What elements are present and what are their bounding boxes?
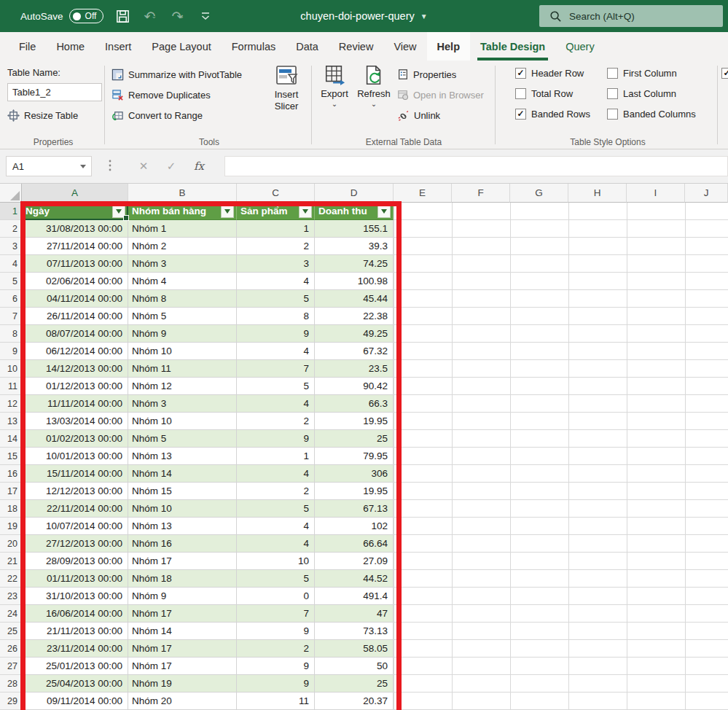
column-header-B[interactable]: B — [128, 184, 237, 203]
filter-button[interactable] — [299, 205, 312, 218]
summarize-with-pivottable-button[interactable]: Summarize with PivotTable — [111, 65, 242, 84]
filter-button[interactable] — [377, 205, 391, 218]
row-header-13[interactable]: 13 — [0, 413, 22, 430]
empty-cells[interactable] — [394, 605, 728, 623]
empty-cells[interactable] — [394, 378, 728, 395]
cell[interactable]: 5 — [237, 290, 315, 308]
cell[interactable]: Nhóm 11 — [128, 360, 237, 378]
cell[interactable]: 58.05 — [315, 640, 394, 658]
cell[interactable]: 31/08/2013 00:00 — [22, 220, 128, 238]
cell[interactable]: 16/06/2014 00:00 — [22, 605, 128, 623]
cell[interactable]: Nhóm 3 — [128, 255, 237, 273]
cell[interactable]: 7 — [237, 360, 315, 378]
empty-cells[interactable] — [394, 675, 728, 693]
tab-table-design[interactable]: Table Design — [470, 32, 555, 61]
cell[interactable]: 491.4 — [315, 588, 394, 605]
empty-cells[interactable] — [394, 220, 728, 238]
name-box[interactable]: A1 — [6, 156, 92, 176]
insert-slicer-button[interactable]: Insert Slicer — [267, 63, 305, 113]
cell[interactable]: Nhóm 17 — [128, 640, 237, 658]
tab-file[interactable]: File — [9, 32, 46, 61]
empty-cells[interactable] — [394, 518, 728, 535]
column-header-H[interactable]: H — [568, 184, 627, 203]
cell[interactable]: 9 — [237, 658, 315, 675]
cell[interactable]: 2 — [237, 483, 315, 500]
cell[interactable]: 4 — [237, 395, 315, 413]
row-header-8[interactable]: 8 — [0, 325, 22, 343]
column-header-G[interactable]: G — [510, 184, 568, 203]
cell[interactable]: Nhóm 5 — [128, 308, 237, 325]
cell[interactable]: Nhóm 13 — [128, 448, 237, 465]
redo-icon[interactable]: ↷⌄ — [169, 5, 187, 27]
checkbox-total-row[interactable]: Total Row — [515, 87, 573, 100]
row-header-28[interactable]: 28 — [0, 675, 22, 693]
cell[interactable]: 14/12/2013 00:00 — [22, 360, 128, 378]
empty-cells[interactable] — [394, 360, 728, 378]
empty-cells[interactable] — [394, 203, 728, 220]
cell[interactable]: 306 — [315, 465, 394, 483]
cell[interactable]: 21/11/2013 00:00 — [22, 623, 128, 640]
column-header-J[interactable]: J — [685, 184, 728, 203]
cell[interactable]: 27/11/2014 00:00 — [22, 238, 128, 255]
row-header-21[interactable]: 21 — [0, 553, 22, 570]
cell[interactable]: 9 — [237, 623, 315, 640]
cell[interactable]: 25 — [315, 430, 394, 448]
cell[interactable]: 45.44 — [315, 290, 394, 308]
cell[interactable]: 67.32 — [315, 343, 394, 360]
cell[interactable]: 20.37 — [315, 693, 394, 710]
cell[interactable]: 10/01/2013 00:00 — [22, 448, 128, 465]
cell[interactable]: Nhóm 16 — [128, 535, 237, 553]
undo-icon[interactable]: ↶⌄ — [141, 5, 159, 27]
column-header-D[interactable]: D — [315, 184, 394, 203]
select-all-corner[interactable] — [0, 184, 22, 203]
cell[interactable]: 12/12/2013 00:00 — [22, 483, 128, 500]
empty-cells[interactable] — [394, 658, 728, 675]
empty-cells[interactable] — [394, 238, 728, 255]
checkbox-filter-button-cutoff[interactable] — [721, 66, 728, 79]
empty-cells[interactable] — [394, 535, 728, 553]
save-icon[interactable] — [114, 5, 131, 27]
tab-query[interactable]: Query — [555, 32, 605, 61]
cell[interactable]: 102 — [315, 518, 394, 535]
cell[interactable]: 01/02/2013 00:00 — [22, 430, 128, 448]
row-header-18[interactable]: 18 — [0, 500, 22, 518]
cell[interactable]: 2 — [237, 238, 315, 255]
filter-button[interactable] — [221, 205, 234, 218]
cell[interactable]: 2 — [237, 413, 315, 430]
empty-cells[interactable] — [394, 693, 728, 710]
cell[interactable]: 22.38 — [315, 308, 394, 325]
tab-view[interactable]: View — [383, 32, 426, 61]
empty-cells[interactable] — [394, 395, 728, 413]
empty-cells[interactable] — [394, 308, 728, 325]
refresh-button[interactable]: Refresh ⌄ — [355, 64, 393, 108]
table-header-cell[interactable]: Doanh thu — [315, 203, 394, 220]
row-header-29[interactable]: 29 — [0, 693, 22, 710]
resize-table-button[interactable]: Resize Table — [7, 106, 78, 125]
cell[interactable]: 90.42 — [315, 378, 394, 395]
cell[interactable]: 50 — [315, 658, 394, 675]
tab-insert[interactable]: Insert — [95, 32, 141, 61]
cell[interactable]: 27/12/2013 00:00 — [22, 535, 128, 553]
column-header-I[interactable]: I — [627, 184, 685, 203]
row-header-6[interactable]: 6 — [0, 290, 22, 308]
remove-duplicates-button[interactable]: Remove Duplicates — [111, 85, 211, 104]
cell[interactable]: Nhóm 17 — [128, 605, 237, 623]
cell[interactable]: Nhóm 19 — [128, 675, 237, 693]
cell[interactable]: 79.95 — [315, 448, 394, 465]
cell[interactable]: Nhóm 8 — [128, 290, 237, 308]
cell[interactable]: 26/11/2014 00:00 — [22, 308, 128, 325]
cell[interactable]: 4 — [237, 343, 315, 360]
cell[interactable]: 11/11/2014 00:00 — [22, 395, 128, 413]
cell[interactable]: 19.95 — [315, 483, 394, 500]
cell[interactable]: 27.09 — [315, 553, 394, 570]
row-header-3[interactable]: 3 — [0, 238, 22, 255]
empty-cells[interactable] — [394, 448, 728, 465]
cell[interactable]: 1 — [237, 448, 315, 465]
cell[interactable]: 01/12/2013 00:00 — [22, 378, 128, 395]
row-header-10[interactable]: 10 — [0, 360, 22, 378]
empty-cells[interactable] — [394, 413, 728, 430]
empty-cells[interactable] — [394, 570, 728, 588]
empty-cells[interactable] — [394, 588, 728, 605]
row-header-1[interactable]: 1 — [0, 203, 22, 220]
tab-review[interactable]: Review — [329, 32, 384, 61]
